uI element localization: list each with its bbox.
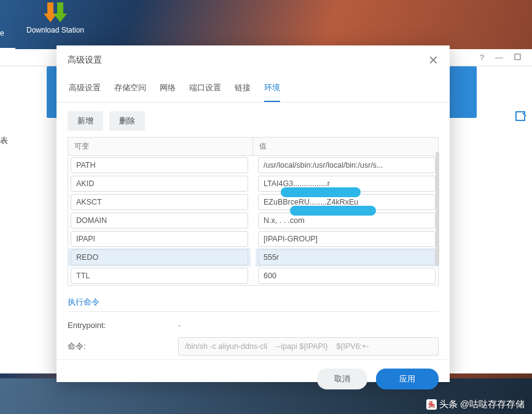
tab-environment[interactable]: 环境 bbox=[264, 76, 280, 102]
entrypoint-value: - bbox=[178, 321, 181, 330]
exec-command-section-title: 执行命令 bbox=[68, 297, 439, 312]
cancel-button[interactable]: 取消 bbox=[317, 369, 367, 389]
command-input[interactable] bbox=[178, 337, 439, 356]
desktop-background: e Download Station er ? — 表 高级设置 ✕ 高级设置 … bbox=[0, 0, 532, 414]
table-scrollbar[interactable] bbox=[436, 152, 439, 266]
table-row[interactable] bbox=[68, 267, 438, 285]
delete-button[interactable]: 删除 bbox=[109, 111, 145, 131]
env-value-input[interactable] bbox=[258, 213, 436, 228]
env-value-input[interactable] bbox=[258, 157, 436, 173]
entrypoint-label: Entrypoint: bbox=[68, 321, 172, 330]
watermark-user: @咕哒存存存储 bbox=[460, 399, 525, 410]
apply-button[interactable]: 应用 bbox=[376, 369, 439, 389]
help-icon[interactable]: ? bbox=[480, 53, 484, 62]
advanced-settings-modal: 高级设置 ✕ 高级设置 存储空间 网络 端口设置 链接 环境 新增 删除 可变 … bbox=[57, 45, 450, 382]
env-value-input[interactable] bbox=[258, 268, 436, 284]
tab-ports[interactable]: 端口设置 bbox=[189, 76, 221, 102]
env-key-input[interactable] bbox=[71, 176, 248, 192]
table-row[interactable] bbox=[68, 174, 438, 193]
modal-title: 高级设置 bbox=[68, 55, 102, 66]
side-text-partial: 表 bbox=[0, 135, 8, 146]
env-variable-table: 可变 值 bbox=[68, 137, 439, 286]
env-key-input[interactable] bbox=[71, 268, 248, 284]
tab-storage[interactable]: 存储空间 bbox=[114, 76, 146, 102]
env-value-input[interactable] bbox=[258, 231, 436, 247]
desktop-partial-label: e bbox=[0, 29, 4, 37]
table-row[interactable] bbox=[68, 211, 438, 230]
side-action-icon[interactable] bbox=[510, 106, 532, 128]
tab-network[interactable]: 网络 bbox=[160, 76, 176, 102]
tab-advanced[interactable]: 高级设置 bbox=[69, 76, 101, 102]
table-row[interactable] bbox=[68, 230, 438, 248]
watermark-brand: 头条 bbox=[439, 399, 458, 410]
table-row[interactable] bbox=[68, 156, 438, 174]
watermark-icon: 头 bbox=[426, 399, 437, 410]
env-table-body bbox=[68, 156, 438, 285]
env-key-input[interactable] bbox=[71, 231, 248, 247]
desktop-icon-label: Download Station bbox=[18, 26, 92, 34]
download-station-icon bbox=[18, 0, 92, 22]
table-row[interactable] bbox=[68, 248, 438, 267]
svg-rect-0 bbox=[515, 54, 520, 60]
tab-links[interactable]: 链接 bbox=[235, 76, 251, 102]
minimize-icon[interactable]: — bbox=[495, 53, 503, 62]
env-key-input[interactable] bbox=[71, 213, 248, 228]
env-key-input[interactable] bbox=[71, 249, 248, 265]
env-value-input[interactable] bbox=[258, 249, 436, 265]
env-value-input[interactable] bbox=[258, 194, 436, 210]
watermark: 头 头条 @咕哒存存存储 bbox=[426, 399, 525, 410]
modal-tabs: 高级设置 存储空间 网络 端口设置 链接 环境 bbox=[57, 72, 450, 103]
command-label: 命令: bbox=[68, 341, 172, 352]
env-key-input[interactable] bbox=[71, 194, 248, 210]
table-row[interactable] bbox=[68, 193, 438, 211]
desktop-icon-download-station[interactable]: Download Station bbox=[18, 0, 92, 34]
column-header-variable: 可变 bbox=[68, 138, 253, 155]
maximize-icon[interactable] bbox=[514, 53, 521, 62]
column-header-value: 值 bbox=[253, 138, 438, 155]
close-icon[interactable]: ✕ bbox=[428, 54, 439, 66]
add-button[interactable]: 新增 bbox=[68, 111, 103, 131]
env-key-input[interactable] bbox=[71, 157, 248, 173]
env-value-input[interactable] bbox=[258, 176, 436, 192]
